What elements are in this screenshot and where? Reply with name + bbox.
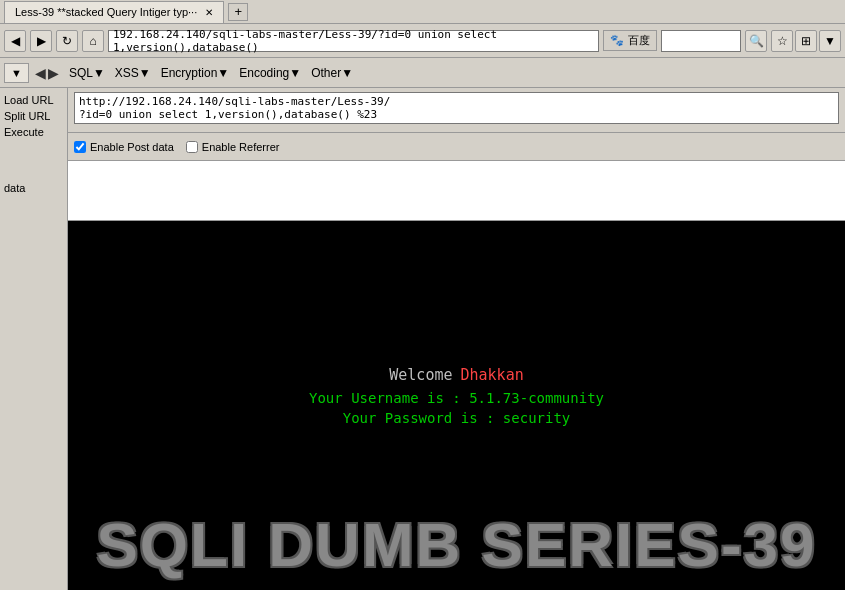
post-data-checkbox-label[interactable]: Enable Post data: [74, 141, 174, 153]
password-line: Your Password is : security: [309, 410, 604, 426]
rss-button[interactable]: ⊞: [795, 30, 817, 52]
reload-button[interactable]: ↻: [56, 30, 78, 52]
post-data-checkbox[interactable]: [74, 141, 86, 153]
sidebar: Load URL Split URL Execute data: [0, 88, 68, 590]
bookmark-button[interactable]: ☆: [771, 30, 793, 52]
menu-encoding[interactable]: Encoding▼: [235, 64, 305, 82]
menu-xss[interactable]: XSS▼: [111, 64, 155, 82]
url-textarea[interactable]: http://192.168.24.140/sqli-labs-master/L…: [74, 92, 839, 124]
response-area: Welcome Dhakkan Your Username is : 5.1.7…: [68, 221, 845, 590]
user-name: Dhakkan: [460, 366, 523, 384]
split-url-button[interactable]: Split URL: [0, 108, 67, 124]
right-buttons: ☆ ⊞ ▼: [771, 30, 841, 52]
main-area: Load URL Split URL Execute data http://1…: [0, 88, 845, 590]
big-title-text: SQLI DUMB SERIES-39: [68, 509, 845, 580]
response-text-block: Welcome Dhakkan Your Username is : 5.1.7…: [309, 366, 604, 426]
data-input-area[interactable]: [68, 161, 845, 221]
settings-button[interactable]: ▼: [819, 30, 841, 52]
menu-other[interactable]: Other▼: [307, 64, 357, 82]
address-text: 192.168.24.140/sqli-labs-master/Less-39/…: [113, 28, 594, 54]
search-input[interactable]: [661, 30, 741, 52]
referrer-checkbox[interactable]: [186, 141, 198, 153]
arrow-right-icon[interactable]: ▶: [48, 65, 59, 81]
toolbar-dropdown[interactable]: ▼: [4, 63, 29, 83]
big-title-area: SQLI DUMB SERIES-39: [68, 509, 845, 580]
toolbar-arrows: ◀ ▶: [35, 65, 59, 81]
tab-bar: Less-39 **stacked Query Intiger typ··· ✕…: [0, 0, 845, 24]
browser-window: Less-39 **stacked Query Intiger typ··· ✕…: [0, 0, 845, 590]
nav-bar: ◀ ▶ ↻ ⌂ 192.168.24.140/sqli-labs-master/…: [0, 24, 845, 58]
toolbar: ▼ ◀ ▶ SQL▼ XSS▼ Encryption▼ Encoding▼ Ot…: [0, 58, 845, 88]
search-engine-name: 百度: [628, 33, 650, 48]
welcome-label: Welcome: [389, 366, 452, 384]
active-tab[interactable]: Less-39 **stacked Query Intiger typ··· ✕: [4, 1, 224, 23]
tab-close-icon[interactable]: ✕: [205, 7, 213, 18]
home-button[interactable]: ⌂: [82, 30, 104, 52]
data-label: data: [0, 180, 67, 196]
search-button[interactable]: 🔍: [745, 30, 767, 52]
menu-sql[interactable]: SQL▼: [65, 64, 109, 82]
arrow-left-icon[interactable]: ◀: [35, 65, 46, 81]
dropdown-icon: ▼: [11, 67, 22, 79]
search-engine-logo: 🐾 百度: [603, 30, 657, 51]
options-bar: Enable Post data Enable Referrer: [68, 133, 845, 161]
back-button[interactable]: ◀: [4, 30, 26, 52]
referrer-checkbox-label[interactable]: Enable Referrer: [186, 141, 280, 153]
post-data-label: Enable Post data: [90, 141, 174, 153]
new-tab-button[interactable]: +: [228, 3, 248, 21]
paw-icon: 🐾: [610, 34, 624, 47]
right-panel: http://192.168.24.140/sqli-labs-master/L…: [68, 88, 845, 590]
username-line: Your Username is : 5.1.73-community: [309, 390, 604, 406]
load-url-button[interactable]: Load URL: [0, 92, 67, 108]
toolbar-menu: SQL▼ XSS▼ Encryption▼ Encoding▼ Other▼: [65, 64, 357, 82]
menu-encryption[interactable]: Encryption▼: [157, 64, 234, 82]
address-bar[interactable]: 192.168.24.140/sqli-labs-master/Less-39/…: [108, 30, 599, 52]
welcome-line: Welcome Dhakkan: [309, 366, 604, 384]
referrer-label: Enable Referrer: [202, 141, 280, 153]
forward-button[interactable]: ▶: [30, 30, 52, 52]
execute-button[interactable]: Execute: [0, 124, 67, 140]
tab-title: Less-39 **stacked Query Intiger typ···: [15, 6, 197, 18]
url-area: http://192.168.24.140/sqli-labs-master/L…: [68, 88, 845, 133]
